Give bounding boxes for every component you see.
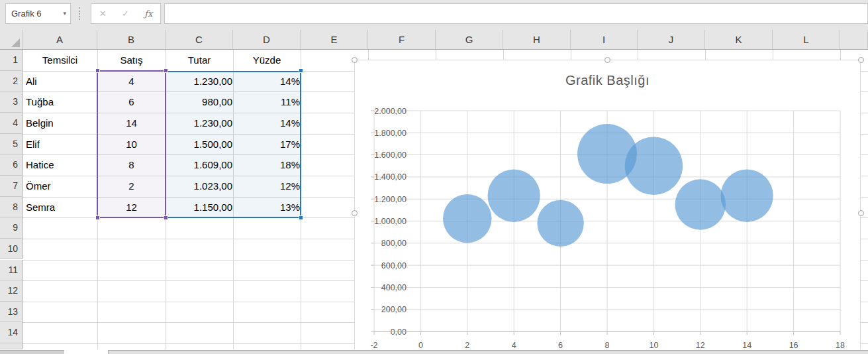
chart-resize-handle[interactable] (352, 57, 358, 63)
column-headers: ABCDEFGHIJKL (0, 30, 868, 50)
row-header-5[interactable]: 5 (0, 134, 23, 155)
selected-range-sales[interactable] (97, 70, 166, 219)
select-all-corner[interactable] (0, 30, 23, 49)
cancel-icon[interactable]: ✕ (99, 9, 107, 19)
cell-temsilci[interactable]: Elif (23, 135, 99, 154)
row-header-partial[interactable] (0, 343, 23, 349)
chart-resize-handle[interactable] (858, 57, 864, 63)
y-axis-label: 1.400,00 (374, 172, 407, 182)
y-axis-label: 1.600,00 (374, 150, 407, 160)
table-header-cell[interactable]: Yüzde (234, 50, 300, 70)
selection-handle[interactable] (299, 215, 303, 220)
selection-handle[interactable] (164, 215, 168, 220)
x-axis-label: 4 (512, 341, 516, 350)
table-header-cell[interactable]: Temsilci (23, 50, 97, 70)
x-axis-label: 12 (696, 341, 705, 350)
row-header-4[interactable]: 4 (0, 113, 23, 134)
x-axis-label: 18 (836, 341, 845, 350)
formula-input[interactable] (164, 3, 868, 24)
name-box-dropdown-icon[interactable]: ▾ (63, 4, 66, 23)
column-header-B[interactable]: B (97, 30, 166, 49)
cell-temsilci[interactable]: Tuğba (23, 92, 99, 112)
x-axis-label: -2 (370, 341, 377, 350)
x-axis-label: 8 (605, 341, 610, 350)
formula-bar-separator (79, 7, 80, 20)
formula-bar: Grafik 6 ▾ ✕ ✓ ƒx (0, 0, 868, 30)
cell-temsilci[interactable]: Belgin (23, 113, 99, 133)
row-header-12[interactable]: 12 (0, 280, 23, 302)
y-axis-label: 1.000,00 (374, 217, 407, 226)
chart-title[interactable]: Grafik Başlığı (355, 73, 860, 88)
bottom-bar-segment (0, 350, 64, 354)
y-axis-label: 1.200,00 (374, 195, 407, 204)
chart-resize-handle[interactable] (352, 210, 358, 216)
chart-object[interactable]: Grafik Başlığı 0,00200,00400,00600,00800… (354, 60, 861, 354)
y-axis-label: 400,00 (381, 283, 407, 292)
column-header-K[interactable]: K (705, 30, 773, 49)
bubble-data-point[interactable] (488, 170, 540, 222)
row-header-2[interactable]: 2 (0, 71, 23, 92)
row-header-7[interactable]: 7 (0, 176, 23, 197)
y-axis-label: 2.000,00 (374, 107, 407, 116)
row-header-10[interactable]: 10 (0, 239, 23, 260)
x-axis-label: 16 (789, 341, 798, 350)
y-axis-label: 200,00 (381, 305, 407, 314)
cell-temsilci[interactable]: Hatice (23, 155, 99, 175)
column-header-A[interactable]: A (23, 30, 97, 49)
table-header-cell[interactable]: Tutar (166, 50, 232, 70)
formula-bar-buttons: ✕ ✓ ƒx (91, 3, 161, 24)
name-box-value: Grafik 6 (11, 4, 42, 23)
bubble-data-point[interactable] (537, 200, 583, 247)
x-axis-label: 6 (558, 341, 563, 350)
column-header-H[interactable]: H (503, 30, 571, 49)
row-header-13[interactable]: 13 (0, 302, 23, 323)
column-header-C[interactable]: C (166, 30, 233, 49)
bubble-chart-plot: 0,00200,00400,00600,00800,001.000,001.20… (355, 60, 860, 354)
row-header-1[interactable]: 1 (0, 50, 23, 71)
selection-handle[interactable] (95, 215, 100, 220)
cell-temsilci[interactable]: Ömer (23, 176, 99, 196)
bubble-data-point[interactable] (443, 194, 491, 243)
y-axis-label: 1.800,00 (374, 129, 407, 138)
column-header-J[interactable]: J (638, 30, 705, 49)
x-axis-label: 2 (465, 341, 469, 350)
row-header-11[interactable]: 11 (0, 260, 23, 281)
chart-resize-handle[interactable] (858, 210, 864, 216)
column-header-E[interactable]: E (301, 30, 368, 49)
selection-handle[interactable] (164, 68, 168, 73)
row-header-8[interactable]: 8 (0, 197, 23, 218)
x-axis-label: 14 (742, 341, 751, 350)
row-header-6[interactable]: 6 (0, 154, 23, 176)
selection-handle[interactable] (95, 68, 100, 73)
column-header-D[interactable]: D (233, 30, 301, 49)
select-all-triangle-icon (11, 38, 20, 47)
x-axis-label: 0 (418, 341, 423, 350)
bottom-bar-segment[interactable] (108, 350, 868, 354)
table-header-cell[interactable]: Satış (98, 50, 165, 70)
column-header-partial[interactable] (840, 30, 868, 49)
y-axis-label: 800,00 (381, 239, 407, 248)
column-header-I[interactable]: I (571, 30, 638, 49)
bubble-data-point[interactable] (577, 124, 637, 184)
selected-range-values[interactable] (165, 71, 301, 219)
column-header-F[interactable]: F (368, 30, 436, 49)
row-header-14[interactable]: 14 (0, 322, 23, 343)
enter-icon[interactable]: ✓ (122, 9, 129, 19)
selection-handle[interactable] (299, 68, 303, 73)
bubble-data-point[interactable] (721, 170, 773, 222)
bubble-data-point[interactable] (675, 179, 726, 229)
chart-resize-handle[interactable] (604, 57, 610, 63)
cell-temsilci[interactable]: Ali (23, 72, 99, 91)
insert-function-icon[interactable]: ƒx (144, 9, 152, 19)
y-axis-label: 600,00 (381, 261, 407, 270)
name-box[interactable]: Grafik 6 ▾ (5, 3, 71, 24)
cell-temsilci[interactable]: Semra (23, 198, 99, 217)
x-axis-label: 10 (649, 341, 658, 350)
column-header-L[interactable]: L (773, 30, 840, 49)
bottom-bar (0, 349, 868, 354)
row-header-3[interactable]: 3 (0, 91, 23, 113)
row-header-9[interactable]: 9 (0, 217, 23, 239)
column-header-G[interactable]: G (436, 30, 503, 49)
